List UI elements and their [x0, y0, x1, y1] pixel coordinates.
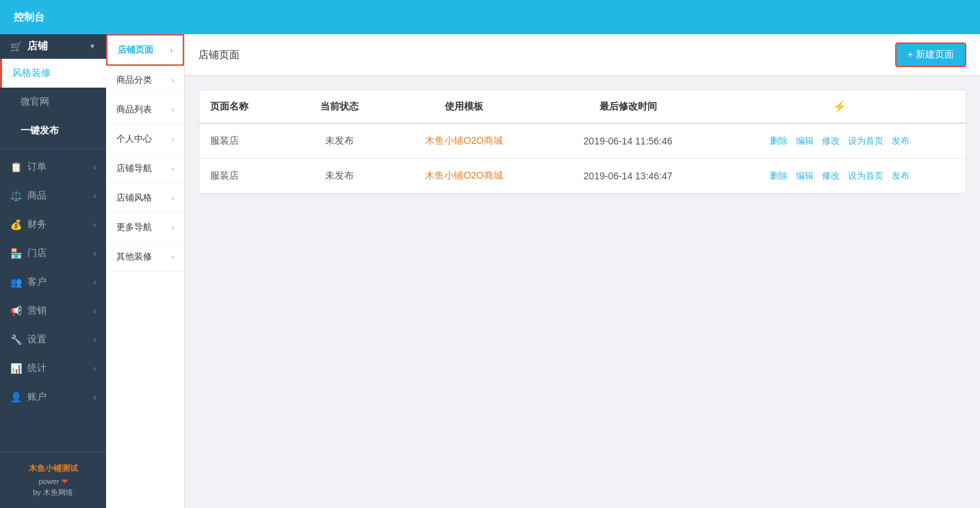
- product-icon: ⚖️: [10, 190, 22, 201]
- row2-delete-link[interactable]: 删除: [770, 170, 788, 182]
- submenu-shop-page-chevron-icon: ›: [170, 47, 172, 54]
- sidebar-item-shop[interactable]: 🛒 店铺 ▼: [0, 34, 106, 59]
- sidebar-item-account[interactable]: 👤 账户 ‹: [0, 383, 106, 411]
- submenu-item-shop-style[interactable]: 店铺风格 ›: [106, 183, 184, 213]
- sidebar-item-order[interactable]: 📋 订单 ‹: [0, 153, 106, 181]
- sidebar-item-one-publish[interactable]: 一键发布: [0, 116, 106, 145]
- dashboard-label: 控制台: [14, 11, 44, 24]
- row2-template: 木鱼小铺O2O商城: [387, 159, 542, 194]
- one-publish-label: 一键发布: [21, 125, 59, 137]
- submenu-product-list-label: 商品列表: [116, 103, 152, 116]
- sidebar-item-customer[interactable]: 👥 客户 ‹: [0, 268, 106, 296]
- shop-chevron-down-icon: ▼: [89, 42, 96, 50]
- col-modified: 最后修改时间: [542, 90, 714, 123]
- top-bar: 控制台: [0, 0, 980, 34]
- sidebar-footer: 木鱼小铺测试 power ❤ by 木鱼网络: [0, 452, 106, 508]
- settings-chevron-icon: ‹: [94, 336, 96, 344]
- col-name: 页面名称: [199, 90, 293, 123]
- sidebar-item-marketing[interactable]: 📢 营销 ‹: [0, 296, 106, 325]
- new-page-button[interactable]: + 新建页面: [895, 42, 966, 67]
- sidebar-divider-1: [0, 149, 106, 149]
- submenu-product-category-chevron-icon: ›: [172, 77, 174, 84]
- submenu-item-other-decoration[interactable]: 其他装修 ›: [106, 242, 184, 272]
- pages-table: 页面名称 当前状态 使用模板 最后修改时间 ⚡ 服装店: [199, 90, 966, 193]
- account-icon: 👤: [10, 392, 22, 403]
- table-container: 页面名称 当前状态 使用模板 最后修改时间 ⚡ 服装店: [198, 90, 966, 194]
- sidebar-item-settings[interactable]: 🔧 设置 ‹: [0, 325, 106, 354]
- product-chevron-icon: ‹: [94, 192, 96, 200]
- finance-label: 财务: [27, 218, 47, 231]
- product-label: 商品: [27, 190, 47, 202]
- row2-modify-link[interactable]: 修改: [822, 170, 840, 182]
- row1-edit-link[interactable]: 编辑: [796, 135, 814, 147]
- col-status: 当前状态: [293, 90, 387, 123]
- main-header: 店铺页面 + 新建页面: [185, 34, 980, 76]
- order-icon: 📋: [10, 162, 22, 173]
- order-label: 订单: [27, 161, 47, 173]
- row2-edit-link[interactable]: 编辑: [796, 170, 814, 182]
- main-content: 店铺页面 + 新建页面 页面名称 当前状态 使用模板 最后修改时间 ⚡: [185, 34, 980, 508]
- col-actions: ⚡: [714, 90, 966, 123]
- style-edit-label: 风格装修: [12, 67, 51, 79]
- finance-chevron-icon: ‹: [94, 221, 96, 229]
- store-chevron-icon: ‹: [94, 250, 96, 257]
- submenu-item-more-nav[interactable]: 更多导航 ›: [106, 213, 184, 242]
- submenu-item-product-category[interactable]: 商品分类 ›: [106, 66, 184, 95]
- row1-set-home-link[interactable]: 设为首页: [848, 135, 884, 147]
- sidebar-item-product[interactable]: ⚖️ 商品 ‹: [0, 181, 106, 210]
- submenu-other-decoration-label: 其他装修: [116, 251, 152, 263]
- sidebar-item-style-edit[interactable]: 风格装修: [0, 59, 106, 88]
- row2-status: 未发布: [293, 159, 387, 194]
- row1-template: 木鱼小铺O2O商城: [387, 123, 542, 159]
- sidebar-item-finance[interactable]: 💰 财务 ‹: [0, 210, 106, 239]
- footer-power: power ❤: [10, 477, 96, 486]
- submenu-shop-style-label: 店铺风格: [116, 192, 152, 204]
- row1-publish-link[interactable]: 发布: [892, 135, 910, 147]
- main-title: 店铺页面: [198, 49, 240, 62]
- marketing-label: 营销: [27, 305, 47, 317]
- col-template: 使用模板: [387, 90, 542, 123]
- main-body: 页面名称 当前状态 使用模板 最后修改时间 ⚡ 服装店: [185, 76, 980, 508]
- sidebar-item-weiguan[interactable]: 微官网: [0, 88, 106, 116]
- submenu-other-decoration-chevron-icon: ›: [172, 253, 174, 261]
- submenu-personal-center-label: 个人中心: [116, 133, 152, 145]
- row1-actions: 删除 编辑 修改 设为首页 发布: [714, 123, 966, 159]
- account-chevron-icon: ‹: [94, 394, 96, 401]
- submenu: 店铺页面 › 商品分类 › 商品列表 › 个人中心 › 店铺导航 › 店铺风格 …: [106, 34, 185, 508]
- submenu-shop-style-chevron-icon: ›: [172, 194, 174, 202]
- row1-modified: 2019-06-14 11:56:46: [542, 123, 714, 159]
- settings-icon: 🔧: [10, 334, 22, 345]
- row1-modify-link[interactable]: 修改: [822, 135, 840, 147]
- submenu-item-shop-nav[interactable]: 店铺导航 ›: [106, 154, 184, 183]
- submenu-item-shop-page[interactable]: 店铺页面 ›: [106, 34, 184, 66]
- submenu-shop-nav-chevron-icon: ›: [172, 165, 174, 173]
- sidebar-item-stats[interactable]: 📊 统计 ‹: [0, 354, 106, 383]
- order-chevron-icon: ‹: [94, 164, 96, 171]
- row2-publish-link[interactable]: 发布: [892, 170, 910, 182]
- sidebar-item-store[interactable]: 🏪 门店 ‹: [0, 239, 106, 268]
- row2-modified: 2019-06-14 13:46:47: [542, 159, 714, 194]
- row2-set-home-link[interactable]: 设为首页: [848, 170, 884, 182]
- footer-network: by 木鱼网络: [10, 487, 96, 498]
- customer-chevron-icon: ‹: [94, 279, 96, 286]
- submenu-personal-center-chevron-icon: ›: [172, 136, 174, 143]
- table-row: 服装店 未发布 木鱼小铺O2O商城 2019-06-14 13:46:47 删除…: [199, 159, 966, 194]
- submenu-shop-nav-label: 店铺导航: [116, 162, 152, 175]
- footer-shop-name: 木鱼小铺测试: [10, 463, 96, 474]
- customer-label: 客户: [27, 276, 47, 288]
- lightning-icon: ⚡: [833, 101, 847, 112]
- submenu-product-category-label: 商品分类: [116, 74, 152, 86]
- submenu-product-list-chevron-icon: ›: [172, 106, 174, 114]
- row1-name: 服装店: [199, 123, 293, 159]
- sidebar-shop-label: 店铺: [27, 40, 48, 53]
- marketing-chevron-icon: ‹: [94, 307, 96, 315]
- submenu-item-personal-center[interactable]: 个人中心 ›: [106, 125, 184, 154]
- row2-actions: 删除 编辑 修改 设为首页 发布: [714, 159, 966, 194]
- stats-icon: 📊: [10, 363, 22, 374]
- stats-label: 统计: [27, 362, 47, 374]
- submenu-item-product-list[interactable]: 商品列表 ›: [106, 95, 184, 125]
- submenu-shop-page-label: 店铺页面: [118, 44, 153, 56]
- row1-delete-link[interactable]: 删除: [770, 135, 788, 147]
- row2-name: 服装店: [199, 159, 293, 194]
- shop-icon: 🛒: [10, 41, 22, 52]
